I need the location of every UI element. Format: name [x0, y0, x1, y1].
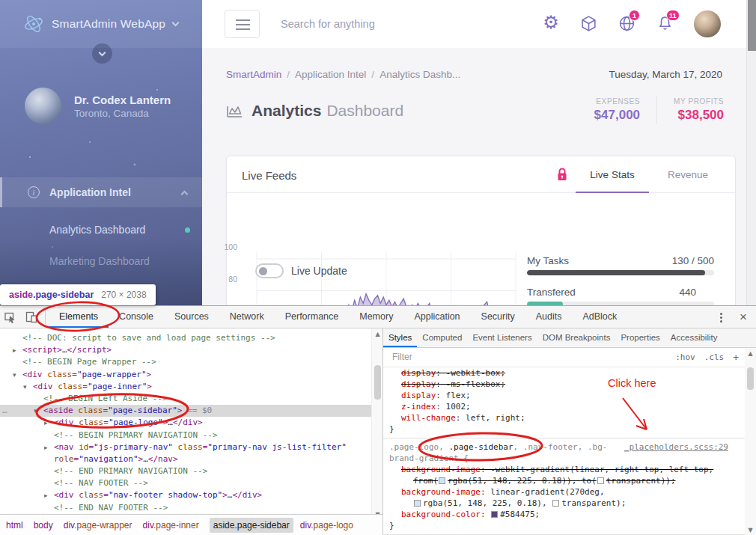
new-style-rule-icon[interactable]: +	[733, 352, 739, 363]
devtools-more-icon[interactable]	[711, 311, 731, 324]
color-swatch[interactable]	[491, 511, 498, 518]
dom-tree-scrollbar-thumb[interactable]	[374, 365, 381, 400]
tree-expand-arrow[interactable]: ▸	[44, 441, 54, 453]
dom-tree-node[interactable]: <!-- DOC: script to save and load page s…	[0, 332, 371, 344]
top-header: ⚙ 1 11	[202, 0, 746, 48]
css-declaration[interactable]: }	[383, 520, 745, 531]
css-declaration[interactable]: display: -ms-flexbox;	[383, 379, 745, 390]
devtools-tab-security[interactable]: Security	[471, 306, 525, 328]
styles-filter-input[interactable]: Filter	[392, 352, 412, 362]
devtools-tab-audits[interactable]: Audits	[525, 306, 573, 328]
user-profile[interactable]: Dr. Codex Lantern Toronto, Canada	[25, 88, 171, 124]
dom-tree-node[interactable]: <!-- END NAV FOOTER -->	[0, 502, 371, 514]
dom-tree-node[interactable]: ▸<div class="page-logo">…</div>	[0, 417, 371, 429]
styles-tab-computed[interactable]: Computed	[417, 328, 467, 347]
dom-tree-node[interactable]: <!-- NAV FOOTER -->	[0, 477, 371, 489]
tab-live-stats[interactable]: Live Stats	[576, 156, 649, 193]
dom-tree-node[interactable]: <!-- BEGIN PRIMARY NAVIGATION -->	[0, 429, 371, 441]
styles-tab-event-listeners[interactable]: Event Listeners	[467, 328, 537, 347]
settings-gear-icon[interactable]: ⚙	[542, 13, 560, 31]
devtools-tab-elements[interactable]: Elements	[49, 306, 109, 328]
progress-value: 130 / 500	[672, 255, 714, 266]
css-declaration[interactable]: background-image: -webkit-gradient(linea…	[383, 464, 745, 475]
color-swatch[interactable]	[439, 477, 445, 484]
menu-toggle-button[interactable]	[225, 10, 260, 38]
styles-scrollbar-thumb[interactable]	[747, 367, 754, 390]
devtools-tab-console[interactable]: Console	[109, 306, 164, 328]
css-declaration[interactable]: background-color: #584475;	[383, 509, 745, 520]
devtools-tab-application[interactable]: Application	[403, 306, 470, 328]
page-scrollbar[interactable]	[746, 0, 756, 305]
devtools-tab-adblock[interactable]: AdBlock	[572, 306, 627, 328]
tree-expand-arrow[interactable]: ▾	[13, 369, 22, 381]
apps-cube-icon[interactable]	[580, 15, 598, 33]
tree-expand-arrow[interactable]: ▾	[23, 381, 33, 393]
css-declaration[interactable]: z-index: 1002;	[383, 401, 745, 412]
breadcrumb[interactable]: SmartAdmin/Application Intel/Analytics D…	[226, 69, 460, 80]
dom-tree-node[interactable]: …▾<aside class="page-sidebar"> == $0	[0, 405, 371, 417]
tree-expand-arrow[interactable]: ▸	[13, 344, 22, 356]
css-declaration[interactable]: will-change: left, right;	[383, 412, 745, 424]
styles-scrollbar[interactable]: ▲ ▼	[745, 348, 756, 535]
devtools-tab-memory[interactable]: Memory	[349, 306, 403, 328]
devtools-tab-sources[interactable]: Sources	[164, 306, 219, 328]
header-avatar[interactable]	[694, 10, 721, 37]
tree-expand-arrow[interactable]: ▾	[34, 405, 43, 417]
search-input[interactable]	[281, 13, 505, 34]
css-declaration[interactable]: from(rgba(51, 148, 225, 0.18)), to(trans…	[383, 475, 745, 486]
dom-tree-scrollbar[interactable]: ▲ ▼	[371, 328, 382, 520]
styles-tab-styles[interactable]: Styles	[383, 328, 417, 347]
dom-crumb[interactable]: div.page-wrapper	[64, 520, 132, 531]
css-declaration[interactable]: display: flex;	[383, 390, 745, 401]
dom-crumb[interactable]: html	[6, 520, 23, 531]
dom-tree-node[interactable]: <!-- BEGIN Page Wrapper -->	[0, 356, 371, 368]
dom-crumb[interactable]: div.page-inner	[143, 520, 199, 531]
sidebar-item-marketing-dashboard[interactable]: Marketing Dashboard	[49, 255, 199, 270]
color-swatch[interactable]	[597, 477, 604, 484]
page-scrollbar-thumb[interactable]	[748, 0, 756, 51]
styles-tab-dom-breakpoints[interactable]: DOM Breakpoints	[537, 328, 616, 347]
breadcrumb-item[interactable]: SmartAdmin	[226, 69, 281, 80]
dom-tree-node[interactable]: ▾<div class="page-inner">	[0, 381, 371, 393]
inspect-element-icon[interactable]	[0, 306, 21, 328]
dom-tree-node[interactable]: ▸<script>…</script>	[0, 344, 371, 356]
css-declaration[interactable]: rgba(51, 148, 225, 0.18), transparent);	[383, 498, 745, 509]
tab-revenue[interactable]: Revenue	[658, 156, 718, 193]
css-declaration[interactable]: brand-gradient {	[383, 453, 745, 464]
styles-tab-accessibility[interactable]: Accessibility	[665, 328, 723, 347]
lock-icon[interactable]	[556, 167, 568, 182]
css-declaration[interactable]: .page-logo, .page-sidebar, .nav-footer, …	[383, 441, 745, 453]
css-declaration[interactable]: }	[383, 424, 745, 435]
css-declaration[interactable]: background-image: linear-gradient(270deg…	[383, 486, 745, 498]
live-update-label: Live Update	[291, 265, 347, 277]
dom-tree-node[interactable]: role="navigation">…</nav>	[0, 453, 371, 465]
devtools-tab-network[interactable]: Network	[219, 306, 275, 328]
stylesheet-source-link[interactable]: _placeholders.scss:29	[624, 441, 728, 453]
color-swatch[interactable]	[552, 500, 559, 507]
dom-tree-node[interactable]: ▸<nav id="js-primary-nav" class="primary…	[0, 441, 371, 453]
devtools-tab-performance[interactable]: Performance	[275, 306, 350, 328]
dom-tree-node[interactable]: ▾<div class="page-wrapper">	[0, 369, 371, 381]
cls-toggle[interactable]: .cls	[704, 352, 725, 362]
hov-toggle[interactable]: :hov	[675, 352, 695, 362]
tree-expand-arrow[interactable]: ▸	[44, 489, 54, 501]
dom-tree-node[interactable]: <!-- BEGIN Left Aside -->	[0, 393, 371, 405]
language-globe-icon[interactable]: 1	[618, 15, 636, 33]
sidebar-item-analytics-dashboard[interactable]: Analytics Dashboard	[49, 224, 199, 239]
app-logo-bar[interactable]: SmartAdmin WebApp	[0, 0, 202, 48]
dom-crumb[interactable]: aside.page-sidebar	[210, 518, 293, 533]
notifications-bell-icon[interactable]: 11	[656, 15, 674, 33]
styles-tab-properties[interactable]: Properties	[615, 328, 665, 347]
dom-crumb[interactable]: body	[34, 520, 53, 531]
tree-expand-arrow[interactable]: ▸	[44, 417, 54, 429]
device-toolbar-icon[interactable]	[21, 306, 42, 328]
devtools-close-icon[interactable]: ×	[731, 306, 756, 328]
live-update-toggle[interactable]	[255, 263, 284, 278]
dom-tree-node[interactable]: ▸<div class="nav-footer shadow-top">…</d…	[0, 489, 371, 501]
dom-tree-node[interactable]: <!-- END PRIMARY NAVIGATION -->	[0, 465, 371, 477]
dom-crumb[interactable]: div.page-logo	[300, 520, 353, 531]
sidebar-item-application-intel[interactable]: i Application Intel	[0, 177, 202, 207]
css-declaration[interactable]: display: -webkit-box;	[383, 367, 745, 379]
sidebar-collapse-button[interactable]	[92, 43, 112, 64]
color-swatch[interactable]	[414, 500, 421, 507]
